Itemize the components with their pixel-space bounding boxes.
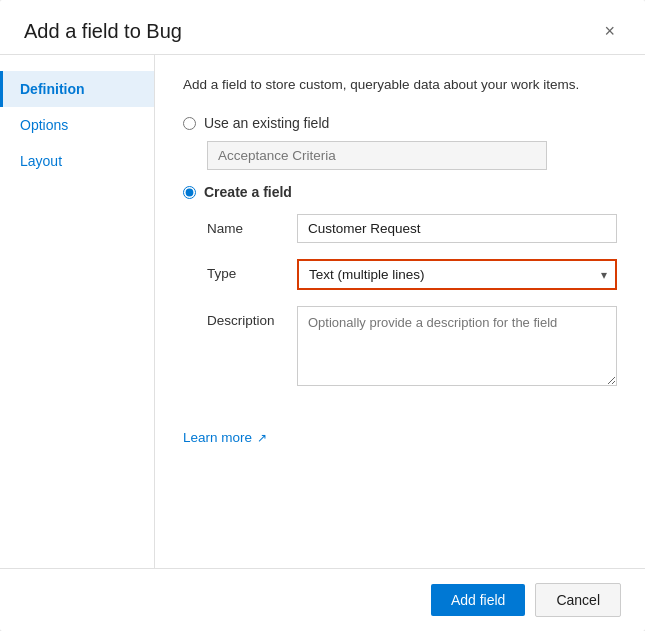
use-existing-label[interactable]: Use an existing field bbox=[204, 115, 329, 131]
dialog-title: Add a field to Bug bbox=[24, 20, 182, 43]
name-input[interactable] bbox=[297, 214, 617, 243]
external-link-icon: ↗ bbox=[257, 431, 267, 445]
type-row: Type Text (multiple lines) Text (single … bbox=[183, 259, 617, 290]
sidebar-item-options[interactable]: Options bbox=[0, 107, 154, 143]
type-label: Type bbox=[207, 259, 297, 281]
add-field-button[interactable]: Add field bbox=[431, 584, 525, 616]
main-content: Add a field to store custom, queryable d… bbox=[155, 55, 645, 568]
dialog-header: Add a field to Bug × bbox=[0, 0, 645, 55]
learn-more-label: Learn more bbox=[183, 430, 252, 445]
close-button[interactable]: × bbox=[598, 18, 621, 44]
dialog-footer: Add field Cancel bbox=[0, 568, 645, 631]
type-dropdown-wrapper: Text (multiple lines) Text (single line)… bbox=[297, 259, 617, 290]
dialog-body: Definition Options Layout Add a field to… bbox=[0, 55, 645, 568]
description-textarea[interactable] bbox=[297, 306, 617, 386]
description-text: Add a field to store custom, queryable d… bbox=[183, 75, 617, 95]
description-row: Description bbox=[183, 306, 617, 390]
name-label: Name bbox=[207, 214, 297, 236]
create-field-radio[interactable] bbox=[183, 186, 196, 199]
description-textarea-wrapper bbox=[297, 306, 617, 390]
name-input-wrapper bbox=[297, 214, 617, 243]
description-label: Description bbox=[207, 306, 297, 328]
learn-more-link[interactable]: Learn more ↗ bbox=[183, 430, 267, 445]
use-existing-radio-option: Use an existing field bbox=[183, 115, 617, 131]
sidebar: Definition Options Layout bbox=[0, 55, 155, 568]
create-field-radio-option: Create a field bbox=[183, 184, 617, 200]
sidebar-item-layout[interactable]: Layout bbox=[0, 143, 154, 179]
use-existing-radio[interactable] bbox=[183, 117, 196, 130]
type-select-wrapper: Text (multiple lines) Text (single line)… bbox=[297, 259, 617, 290]
existing-field-input[interactable] bbox=[207, 141, 547, 170]
create-field-label[interactable]: Create a field bbox=[204, 184, 292, 200]
existing-field-wrapper bbox=[207, 141, 617, 170]
sidebar-item-definition[interactable]: Definition bbox=[0, 71, 154, 107]
cancel-button[interactable]: Cancel bbox=[535, 583, 621, 617]
type-select[interactable]: Text (multiple lines) Text (single line)… bbox=[297, 259, 617, 290]
dialog: Add a field to Bug × Definition Options … bbox=[0, 0, 645, 631]
name-row: Name bbox=[183, 214, 617, 243]
